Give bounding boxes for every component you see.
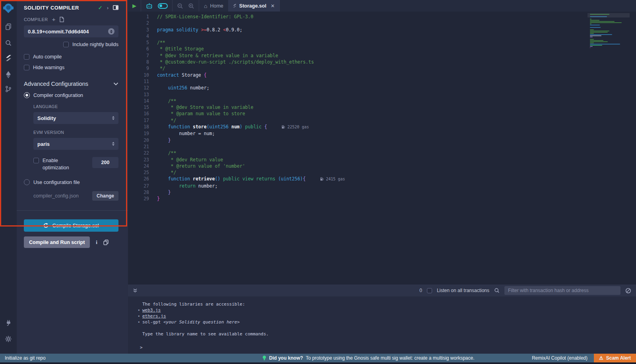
include-nightly-checkbox-row[interactable]: Include nightly builds xyxy=(24,42,118,47)
compiler-configuration-radio-row[interactable]: Compiler configuration xyxy=(24,92,118,98)
copilot-toggle[interactable] xyxy=(158,3,168,9)
terminal-text-line: Type the library name to see available c… xyxy=(128,331,636,337)
code-editor[interactable]: 1// SPDX-License-Identifier: GPL-3.02 3p… xyxy=(128,12,636,285)
auto-compile-label[interactable]: Auto compile xyxy=(33,54,62,60)
zoom-in-icon[interactable] xyxy=(188,3,194,9)
hide-warnings-checkbox-row[interactable]: Hide warnings xyxy=(24,65,118,70)
terminal-toolbar: 0 Listen on all transactions xyxy=(128,285,636,296)
compile-button[interactable]: Compile Storage.sol xyxy=(24,219,118,232)
copilot-group xyxy=(141,0,173,12)
code-line: 19 number = num; xyxy=(128,130,636,137)
split-panel-icon[interactable] xyxy=(113,5,118,10)
copy-icon[interactable] xyxy=(103,240,109,245)
code-line: 5/** xyxy=(128,39,636,46)
select-spinner-icon xyxy=(108,28,114,35)
terminal-link[interactable]: ethers.js xyxy=(142,314,166,319)
file-explorer-icon xyxy=(5,23,12,30)
editor-toolbar: ▶ xyxy=(128,0,636,12)
sidebar-item-settings[interactable] xyxy=(0,334,17,344)
tab-storage-sol[interactable]: Storage.sol ✕ xyxy=(228,0,280,12)
auto-compile-checkbox-row[interactable]: Auto compile xyxy=(24,54,118,60)
optimization-runs-input[interactable] xyxy=(92,157,118,168)
tab-storage-label: Storage.sol xyxy=(239,3,266,9)
listen-transactions-label[interactable]: Listen on all transactions xyxy=(437,288,489,293)
copilot-status[interactable]: RemixAI Copilot (enabled) xyxy=(532,355,588,361)
code-line: 21 xyxy=(128,143,636,150)
info-icon[interactable]: i xyxy=(96,239,97,246)
code-line: 18 function store(uint256 num) public { … xyxy=(128,124,636,130)
terminal-list-item: sol-gpt <your Solidity question here> xyxy=(128,319,636,325)
code-line: 26 function retrieve() public view retur… xyxy=(128,176,636,182)
terminal-link[interactable]: web3.js xyxy=(142,308,161,313)
close-tab-icon[interactable]: ✕ xyxy=(271,3,275,9)
code-line: 25 */ xyxy=(128,169,636,176)
compiler-version-select[interactable]: 0.8.19+commit.7dd6d404 xyxy=(24,25,118,37)
did-you-know-tip: Did you know? To prototype using the Gno… xyxy=(262,355,475,361)
status-bar-right: RemixAI Copilot (enabled) ⚠ Scam Alert xyxy=(532,354,636,362)
listen-transactions-checkbox[interactable] xyxy=(427,288,432,293)
scam-alert-badge[interactable]: ⚠ Scam Alert xyxy=(594,354,636,362)
clear-console-icon[interactable] xyxy=(625,288,631,294)
use-configuration-file-label[interactable]: Use configuration file xyxy=(33,180,80,185)
include-nightly-label[interactable]: Include nightly builds xyxy=(72,42,118,47)
code-line: 15 * @dev Store value in variable xyxy=(128,104,636,110)
solidity-compiler-panel: SOLIDITY COMPILER ✓ › COMPILER + xyxy=(17,0,128,354)
hide-warnings-checkbox[interactable] xyxy=(24,65,29,70)
advanced-configurations-toggle[interactable]: Advanced Configurations xyxy=(24,81,118,87)
editor-minimap[interactable] xyxy=(588,12,630,92)
panel-divider xyxy=(17,210,128,211)
sidebar-item-solidity-compiler[interactable] xyxy=(0,53,17,63)
transaction-filter-input[interactable] xyxy=(504,286,620,295)
sidebar-item-search[interactable] xyxy=(0,38,17,48)
terminal-list-item: ethers.js xyxy=(128,313,636,319)
include-nightly-checkbox[interactable] xyxy=(63,42,69,47)
chevron-right-icon[interactable]: › xyxy=(107,5,109,11)
gas-estimate: 22520 gas xyxy=(281,125,309,129)
compiler-configuration-label[interactable]: Compiler configuration xyxy=(33,93,83,98)
code-line: 10contract Storage { xyxy=(128,72,636,78)
evm-version-label: EVM VERSION xyxy=(33,130,118,135)
add-compiler-icon[interactable]: + xyxy=(52,17,56,21)
git-init-status[interactable]: Initialize as git repo xyxy=(5,355,46,361)
compiler-section-label: COMPILER xyxy=(24,17,48,22)
robot-icon[interactable] xyxy=(145,3,153,9)
compile-and-run-button[interactable]: Compile and Run script xyxy=(24,236,90,248)
lightbulb-icon xyxy=(262,355,266,361)
sidebar-item-git[interactable] xyxy=(0,84,17,94)
enable-optimization-label[interactable]: Enable optimization xyxy=(43,157,79,171)
remix-logo[interactable] xyxy=(0,2,17,15)
language-select[interactable]: Solidity xyxy=(33,112,118,124)
change-config-button[interactable]: Change xyxy=(92,191,118,201)
compile-success-check-icon: ✓ xyxy=(98,5,103,11)
remix-ide-window: SOLIDITY COMPILER ✓ › COMPILER + xyxy=(0,0,636,364)
use-configuration-file-radio[interactable] xyxy=(24,179,30,185)
terminal-text-line xyxy=(128,325,636,331)
sidebar-item-solidity-analyzer[interactable] xyxy=(0,70,17,79)
terminal[interactable]: The following libraries are accessible:w… xyxy=(128,296,636,354)
auto-compile-checkbox[interactable] xyxy=(24,54,29,60)
tab-home[interactable]: ⌂ Home xyxy=(199,0,228,12)
use-configuration-file-radio-row[interactable]: Use configuration file xyxy=(24,179,118,185)
compiler-configuration-radio[interactable] xyxy=(24,92,30,98)
hide-warnings-label[interactable]: Hide warnings xyxy=(33,65,64,70)
terminal-prompt[interactable]: > xyxy=(140,345,143,350)
plug-icon xyxy=(5,319,12,326)
code-line: 24 * @return value of 'number' xyxy=(128,163,636,169)
expand-terminal-icon[interactable] xyxy=(133,288,138,293)
code-line: 8 * @custom:dev-run-script ./scripts/dep… xyxy=(128,59,636,65)
zoom-out-icon[interactable] xyxy=(177,3,183,9)
load-compiler-file-icon[interactable] xyxy=(59,17,64,22)
code-line: 3pragma solidity >=0.8.2 <0.9.0; xyxy=(128,27,636,33)
terminal-list-item: web3.js xyxy=(128,307,636,313)
git-branch-icon xyxy=(5,85,12,93)
sidebar-item-plugin-manager[interactable] xyxy=(0,318,17,327)
tab-home-label: Home xyxy=(210,3,223,9)
enable-optimization-checkbox[interactable] xyxy=(33,158,39,163)
terminal-search-icon[interactable] xyxy=(494,288,500,293)
evm-version-select[interactable]: paris xyxy=(33,138,118,150)
tip-title: Did you know? xyxy=(269,355,303,361)
sidebar-item-file-explorer[interactable] xyxy=(0,22,17,31)
remix-logo-icon xyxy=(2,2,14,14)
play-icon[interactable]: ▶ xyxy=(132,3,136,9)
warning-icon: ⚠ xyxy=(599,355,603,361)
